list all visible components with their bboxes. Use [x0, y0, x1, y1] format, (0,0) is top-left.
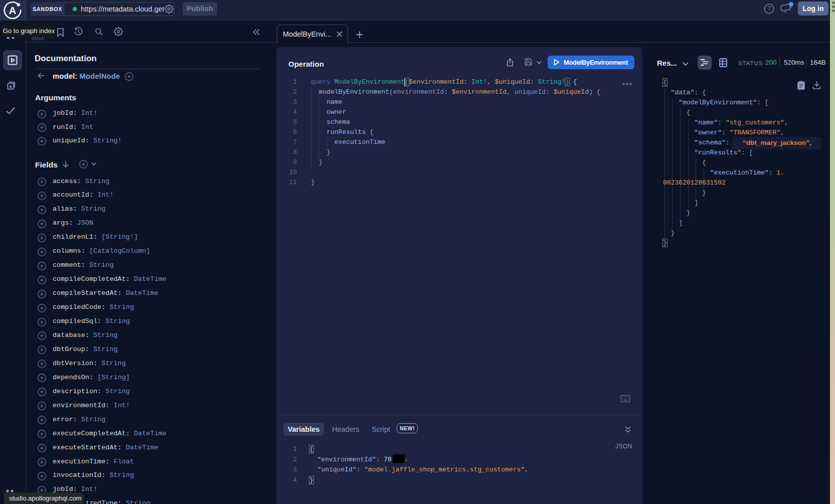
svg-text:A: A: [9, 5, 17, 16]
